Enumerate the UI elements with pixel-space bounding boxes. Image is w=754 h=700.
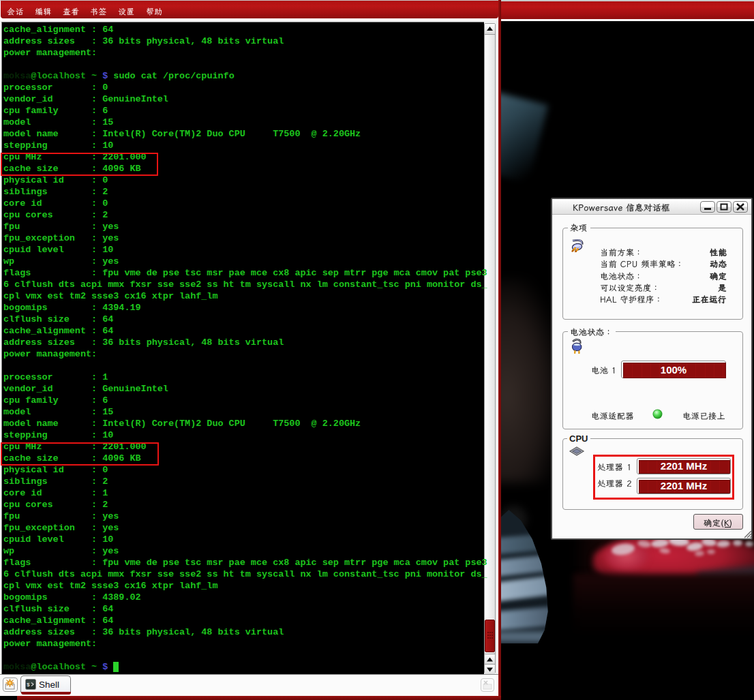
svg-text:$: $ bbox=[27, 682, 30, 688]
